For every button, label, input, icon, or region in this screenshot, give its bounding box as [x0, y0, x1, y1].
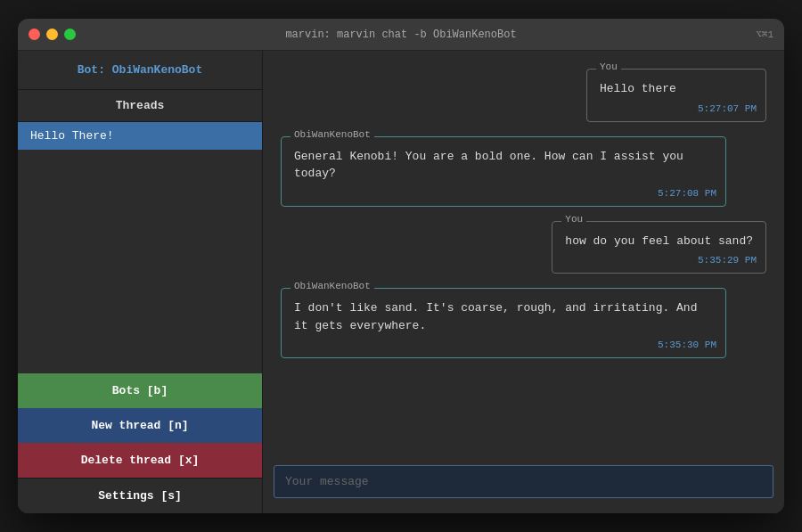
- message-bubble-bot: ObiWanKenoBot General Kenobi! You are a …: [281, 136, 726, 207]
- window-title: marvin: marvin chat -b ObiWanKenoBot: [285, 29, 516, 41]
- delete-thread-button[interactable]: Delete thread [x]: [18, 443, 262, 478]
- message-input-area: [263, 458, 784, 513]
- message-text: how do you feel about sand?: [552, 222, 765, 254]
- message-block: ObiWanKenoBot I don't like sand. It's co…: [281, 288, 766, 358]
- bots-button[interactable]: Bots [b]: [18, 373, 262, 408]
- new-thread-button[interactable]: New thread [n]: [18, 408, 262, 443]
- message-block: You how do you feel about sand? 5:35:29 …: [281, 221, 766, 274]
- message-bubble-user: You how do you feel about sand? 5:35:29 …: [552, 221, 766, 274]
- message-sender: You: [561, 214, 586, 225]
- message-bubble-user: You Hello there 5:27:07 PM: [586, 69, 766, 122]
- settings-button[interactable]: Settings [s]: [18, 478, 262, 513]
- app-window: marvin: marvin chat -b ObiWanKenoBot ⌥⌘1…: [18, 19, 784, 513]
- maximize-button[interactable]: [64, 29, 76, 40]
- message-time: 5:27:08 PM: [282, 186, 725, 206]
- message-sender: You: [596, 61, 621, 72]
- message-text: General Kenobi! You are a bold one. How …: [282, 137, 725, 186]
- message-sender: ObiWanKenoBot: [291, 281, 374, 291]
- traffic-lights: [29, 29, 76, 40]
- titlebar: marvin: marvin chat -b ObiWanKenoBot ⌥⌘1: [18, 19, 784, 51]
- bot-header: Bot: ObiWanKenoBot: [18, 51, 262, 90]
- bot-name: ObiWanKenoBot: [112, 63, 202, 77]
- message-time: 5:35:30 PM: [282, 338, 725, 357]
- keyboard-shortcut: ⌥⌘1: [756, 29, 773, 40]
- sidebar-buttons: Bots [b] New thread [n] Delete thread [x…: [18, 373, 262, 513]
- bot-label: Bot:: [78, 63, 105, 77]
- sidebar: Bot: ObiWanKenoBot Threads Hello There! …: [18, 51, 263, 513]
- minimize-button[interactable]: [46, 29, 58, 40]
- message-text: Hello there: [587, 70, 765, 102]
- threads-label: Threads: [18, 90, 262, 122]
- message-time: 5:27:07 PM: [587, 102, 765, 121]
- message-sender: ObiWanKenoBot: [291, 129, 374, 140]
- message-text: I don't like sand. It's coarse, rough, a…: [282, 289, 725, 338]
- threads-list: Hello There!: [18, 122, 262, 373]
- thread-item[interactable]: Hello There!: [18, 122, 262, 150]
- message-time: 5:35:29 PM: [552, 253, 765, 273]
- message-block: ObiWanKenoBot General Kenobi! You are a …: [281, 136, 766, 207]
- message-block: You Hello there 5:27:07 PM: [281, 69, 766, 122]
- main-content: Bot: ObiWanKenoBot Threads Hello There! …: [18, 51, 784, 513]
- messages-container: You Hello there 5:27:07 PM ObiWanKenoBot…: [263, 51, 784, 458]
- message-bubble-bot: ObiWanKenoBot I don't like sand. It's co…: [281, 288, 726, 358]
- message-input[interactable]: [274, 465, 773, 498]
- chat-area: You Hello there 5:27:07 PM ObiWanKenoBot…: [263, 51, 784, 513]
- close-button[interactable]: [29, 29, 40, 40]
